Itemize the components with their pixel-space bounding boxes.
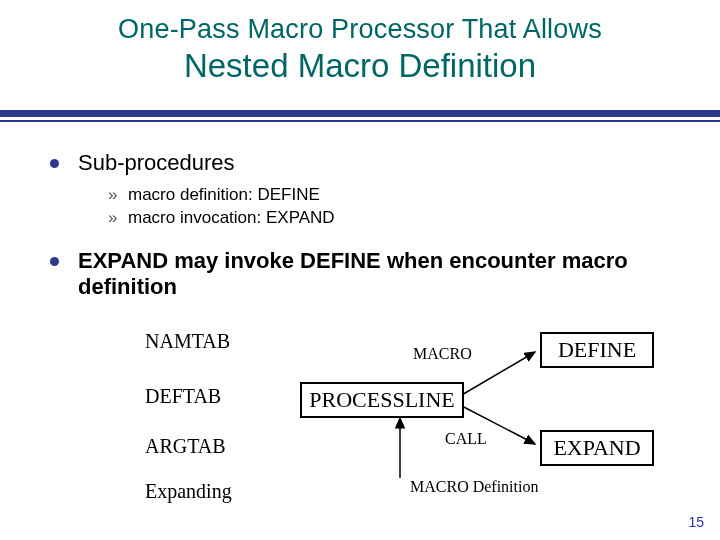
title-line2: Nested Macro Definition bbox=[0, 47, 720, 85]
page-number: 15 bbox=[688, 514, 704, 530]
label-macro: MACRO bbox=[413, 345, 472, 363]
slide: One-Pass Macro Processor That Allows Nes… bbox=[0, 0, 720, 540]
bullet-dot-icon bbox=[50, 159, 59, 168]
accent-bar bbox=[0, 110, 720, 117]
sub-bullet-expand: » macro invocation: EXPAND bbox=[48, 207, 680, 230]
sub-bullet-text: macro invocation: EXPAND bbox=[128, 208, 335, 227]
box-expand-text: EXPAND bbox=[553, 435, 640, 461]
label-deftab: DEFTAB bbox=[145, 385, 221, 408]
box-define-text: DEFINE bbox=[558, 337, 636, 363]
raquo-icon: » bbox=[108, 184, 117, 207]
accent-line bbox=[0, 120, 720, 122]
label-macro-definition: MACRO Definition bbox=[410, 478, 538, 496]
box-expand: EXPAND bbox=[540, 430, 654, 466]
diagram: NAMTAB DEFTAB ARGTAB Expanding PROCESSLI… bbox=[0, 330, 720, 510]
title-line1: One-Pass Macro Processor That Allows bbox=[0, 14, 720, 45]
sub-bullet-text: macro definition: DEFINE bbox=[128, 185, 320, 204]
bullet-sub-procedures: Sub-procedures bbox=[48, 150, 680, 176]
box-define: DEFINE bbox=[540, 332, 654, 368]
bullet-expand-invoke: EXPAND may invoke DEFINE when encounter … bbox=[48, 248, 680, 300]
content: Sub-procedures » macro definition: DEFIN… bbox=[48, 150, 680, 308]
bullet-text: EXPAND may invoke DEFINE when encounter … bbox=[78, 248, 628, 299]
label-expanding: Expanding bbox=[145, 480, 232, 503]
label-argtab: ARGTAB bbox=[145, 435, 226, 458]
bullet-text: Sub-procedures bbox=[78, 150, 235, 175]
box-processline: PROCESSLINE bbox=[300, 382, 464, 418]
label-call: CALL bbox=[445, 430, 487, 448]
sub-bullet-define: » macro definition: DEFINE bbox=[48, 184, 680, 207]
title-block: One-Pass Macro Processor That Allows Nes… bbox=[0, 0, 720, 85]
raquo-icon: » bbox=[108, 207, 117, 230]
bullet-dot-icon bbox=[50, 257, 59, 266]
box-processline-text: PROCESSLINE bbox=[309, 387, 454, 413]
label-namtab: NAMTAB bbox=[145, 330, 230, 353]
